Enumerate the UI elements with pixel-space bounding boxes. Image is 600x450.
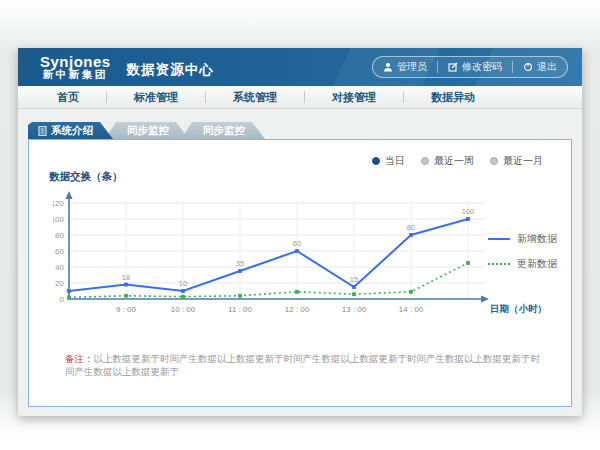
svg-text:10 : 00: 10 : 00: [171, 305, 196, 314]
document-icon: [38, 126, 47, 136]
range-label: 当日: [385, 154, 405, 168]
x-axis-title: 日期（小时）: [490, 303, 547, 315]
svg-text:35: 35: [236, 259, 244, 268]
blue-line-icon: [488, 238, 510, 240]
tab-label: 同步监控: [127, 122, 169, 139]
svg-text:10: 10: [179, 279, 187, 288]
svg-text:100: 100: [462, 207, 475, 216]
grid: [69, 203, 485, 298]
legend-label: 新增数据: [517, 232, 557, 246]
tab-sync-monitor-2[interactable]: 同步监控: [181, 122, 265, 139]
svg-text:80: 80: [55, 231, 64, 240]
svg-text:11 : 00: 11 : 00: [228, 305, 252, 314]
svg-text:15: 15: [350, 275, 358, 284]
change-password-button[interactable]: 修改密码: [438, 60, 512, 74]
tab-label: 系统介绍: [51, 122, 93, 139]
user-icon: [383, 62, 393, 72]
svg-text:9 : 00: 9 : 00: [116, 305, 137, 314]
logo: Synjones 新中新集团: [40, 54, 111, 81]
power-icon: [523, 62, 533, 72]
user-menu: 管理员 修改密码 退出: [372, 56, 568, 78]
tab-bar: 系统介绍 同步监控 同步监控: [18, 109, 582, 139]
svg-text:12 : 00: 12 : 00: [285, 305, 310, 314]
time-range-options: 当日 最近一周 最近一月: [372, 154, 543, 168]
tab-system-intro[interactable]: 系统介绍: [28, 122, 113, 139]
page-title: 数据资源中心: [127, 61, 214, 79]
y-axis-ticks: 020406080100120: [53, 199, 65, 304]
legend-item-updated-data[interactable]: 更新数据: [488, 257, 557, 271]
y-axis-title: 数据交换（条）: [49, 170, 123, 184]
chart-panel: 当日 最近一周 最近一月 数据交换（条） 0204060801001209 : …: [28, 139, 572, 407]
range-option-last-week[interactable]: 最近一周: [421, 154, 474, 168]
legend-label: 更新数据: [517, 257, 557, 271]
tab-label: 同步监控: [203, 122, 245, 139]
app-header: Synjones 新中新集团 数据资源中心 管理员: [18, 48, 582, 86]
svg-text:14 : 00: 14 : 00: [399, 305, 424, 314]
svg-text:20: 20: [55, 279, 64, 288]
series-legend: 新增数据 更新数据: [488, 232, 557, 282]
nav-item-data-change[interactable]: 数据异动: [404, 86, 502, 108]
range-label: 最近一周: [434, 154, 474, 168]
footnote-label: 备注：: [65, 353, 94, 364]
logo-text-en: Synjones: [40, 54, 111, 70]
legend-item-new-data[interactable]: 新增数据: [488, 232, 557, 246]
svg-text:40: 40: [55, 263, 64, 272]
svg-text:13 : 00: 13 : 00: [342, 305, 367, 314]
series-0: 181035601580100: [67, 207, 474, 293]
nav-item-system-mgmt[interactable]: 系统管理: [206, 86, 304, 108]
radio-dot-icon: [421, 157, 429, 165]
nav-item-interface-mgmt[interactable]: 对接管理: [305, 86, 403, 108]
line-chart: 0204060801001209 : 0010 : 0011 : 0012 : …: [53, 186, 553, 328]
svg-text:60: 60: [55, 247, 64, 256]
svg-text:0: 0: [60, 295, 65, 304]
logout-button[interactable]: 退出: [513, 60, 567, 74]
range-option-last-month[interactable]: 最近一月: [490, 154, 543, 168]
svg-text:80: 80: [407, 223, 415, 232]
footnote: 备注：以上数据更新于时间产生数据以上数据更新于时间产生数据以上数据更新于时间产生…: [65, 352, 541, 379]
radio-dot-icon: [372, 157, 380, 165]
edit-icon: [448, 62, 458, 72]
svg-text:18: 18: [122, 273, 130, 282]
radio-dot-icon: [490, 157, 498, 165]
svg-text:60: 60: [293, 239, 301, 248]
tab-sync-monitor-1[interactable]: 同步监控: [105, 122, 189, 139]
nav-item-standard-mgmt[interactable]: 标准管理: [107, 86, 205, 108]
svg-text:120: 120: [53, 199, 65, 208]
chart-canvas: 0204060801001209 : 0010 : 0011 : 0012 : …: [53, 186, 553, 324]
user-menu-admin[interactable]: 管理员: [373, 60, 437, 74]
change-password-label: 修改密码: [462, 60, 502, 74]
x-axis-ticks: 9 : 0010 : 0011 : 0012 : 0013 : 0014 : 0…: [116, 305, 424, 314]
range-option-today[interactable]: 当日: [372, 154, 405, 168]
footnote-text: 以上数据更新于时间产生数据以上数据更新于时间产生数据以上数据更新于时间产生数据以…: [65, 353, 540, 377]
logo-text-cn: 新中新集团: [40, 69, 111, 80]
user-name: 管理员: [397, 60, 427, 74]
main-nav: 首页 标准管理 系统管理 对接管理 数据异动: [18, 86, 582, 109]
nav-item-home[interactable]: 首页: [30, 86, 106, 108]
content-area: 系统介绍 同步监控 同步监控 当日 最近一周: [18, 109, 582, 416]
svg-text:100: 100: [53, 215, 65, 224]
green-dotted-line-icon: [488, 263, 510, 265]
logout-label: 退出: [537, 60, 557, 74]
range-label: 最近一月: [503, 154, 543, 168]
browser-page: Synjones 新中新集团 数据资源中心 管理员: [18, 48, 582, 416]
backdrop: Synjones 新中新集团 数据资源中心 管理员: [0, 0, 600, 450]
